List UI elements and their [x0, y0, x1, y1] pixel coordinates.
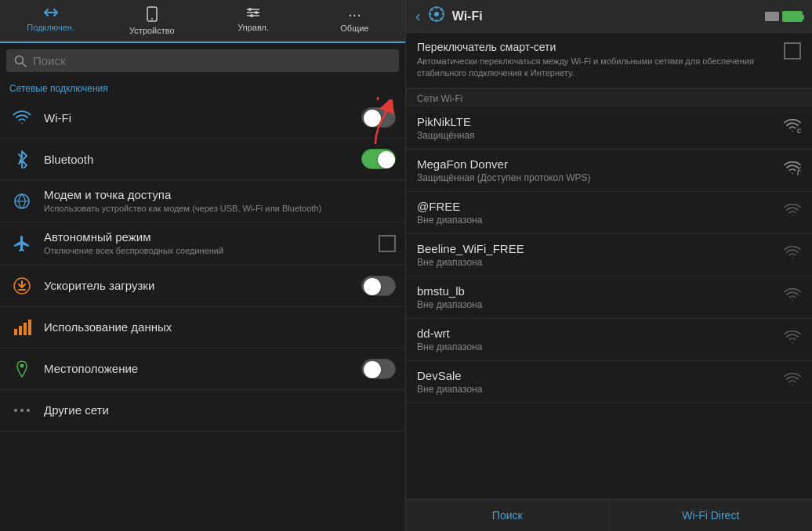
smart-switch-checkbox[interactable]: [784, 42, 801, 60]
wifi-header: ‹ Wi-Fi: [406, 0, 812, 33]
wifi-network-free-name: @FREE: [417, 200, 776, 213]
battery-icon: [782, 11, 803, 22]
airplane-item-icon: [9, 231, 34, 256]
wifi-network-item[interactable]: PikNikLTE Защищённая: [406, 107, 812, 150]
airplane-checkbox[interactable]: [379, 235, 396, 252]
tethering-item[interactable]: Модем и точка доступа Использовать устро…: [0, 180, 405, 222]
svg-point-6: [255, 11, 258, 14]
tab-device[interactable]: Устройство: [101, 0, 202, 42]
svg-point-1: [151, 18, 153, 20]
wifi-network-ddwrt-signal: [784, 331, 801, 348]
wifi-network-pikniktle-signal: [784, 119, 801, 136]
wifi-network-megafon-name: MegaFon Donver: [417, 157, 776, 171]
location-toggle[interactable]: [361, 359, 396, 379]
wifi-network-bmstu-signal: [784, 288, 801, 305]
data-usage-icon: [9, 315, 34, 340]
search-bar[interactable]: [6, 49, 399, 72]
other-networks-item[interactable]: Другие сети: [0, 390, 405, 432]
svg-rect-18: [28, 320, 31, 335]
download-booster-icon: [9, 273, 34, 298]
wifi-network-pikniktle-name: PikNikLTE: [417, 115, 776, 128]
bluetooth-toggle[interactable]: [361, 149, 396, 169]
airplane-item-text: Автономный режим Отключение всех беспров…: [44, 230, 369, 256]
location-item[interactable]: Местоположение: [0, 349, 405, 390]
wifi-settings-icon: [429, 6, 444, 26]
wifi-network-ddwrt-name: dd-wrt: [417, 327, 776, 340]
wifi-network-beeline-item[interactable]: Beeline_WiFi_FREE Вне диапазона: [406, 234, 812, 276]
location-title: Местоположение: [44, 362, 352, 375]
control-icon: [245, 6, 261, 21]
wifi-bottom-tabs: Поиск Wi-Fi Direct: [406, 499, 812, 531]
bluetooth-item[interactable]: Bluetooth: [0, 139, 405, 180]
wifi-direct-tab[interactable]: Wi-Fi Direct: [610, 500, 813, 531]
wifi-network-megafon-item[interactable]: MegaFon Donver Защищённая (Доступен прот…: [406, 150, 812, 192]
svg-rect-15: [14, 329, 17, 335]
location-icon: [9, 356, 34, 381]
wifi-network-beeline-text: Beeline_WiFi_FREE Вне диапазона: [417, 242, 776, 268]
wifi-toggle[interactable]: [361, 107, 396, 128]
wifi-network-beeline-name: Beeline_WiFi_FREE: [417, 242, 776, 255]
other-networks-title: Другие сети: [44, 403, 396, 417]
tab-control[interactable]: Управл.: [203, 0, 304, 42]
svg-point-7: [250, 14, 253, 17]
download-booster-item[interactable]: Ускоритель загрузки: [0, 266, 405, 307]
bluetooth-item-icon: [9, 146, 34, 172]
tab-general[interactable]: ··· Общие: [304, 0, 405, 42]
svg-rect-17: [24, 323, 27, 335]
settings-list: Wi-Fi Bluetoo: [0, 97, 405, 531]
device-icon: [147, 6, 158, 24]
data-usage-item[interactable]: Использование данных: [0, 307, 405, 349]
connections-icon: [43, 6, 59, 21]
tethering-item-desc: Использовать устройство как модем (через…: [44, 203, 396, 214]
wifi-network-bmstu-status: Вне диапазона: [417, 299, 776, 310]
wifi-network-free-status: Вне диапазона: [417, 215, 776, 226]
other-networks-text: Другие сети: [44, 403, 396, 417]
wifi-network-megafon-signal: [784, 161, 801, 179]
wifi-search-tab[interactable]: Поиск: [406, 500, 610, 531]
left-panel: Подключен. Устройство: [0, 0, 406, 531]
wifi-network-pikniktle-text: PikNikLTE Защищённая: [417, 115, 776, 141]
wifi-network-devsale-name: DevSale: [417, 369, 776, 382]
tab-control-label: Управл.: [237, 23, 269, 32]
right-panel: ‹ Wi-Fi Переключатель смарт-сети Автомат…: [406, 0, 812, 531]
download-booster-toggle[interactable]: [361, 276, 396, 296]
search-input[interactable]: [33, 54, 391, 67]
smart-switch-desc: Автоматически переключаться между Wi-Fi …: [417, 56, 776, 80]
tab-general-label: Общие: [340, 23, 368, 33]
smart-switch-title: Переключатель смарт-сети: [417, 41, 776, 53]
wifi-item[interactable]: Wi-Fi: [0, 97, 405, 139]
other-networks-icon: [9, 398, 34, 423]
wifi-network-pikniktle-status: Защищённая: [417, 130, 776, 141]
tab-bar: Подключен. Устройство: [0, 0, 405, 43]
wifi-network-free-text: @FREE Вне диапазона: [417, 200, 776, 226]
location-text: Местоположение: [44, 362, 352, 375]
tethering-item-title: Модем и точка доступа: [44, 188, 396, 201]
svg-rect-26: [798, 171, 801, 175]
wifi-network-devsale-status: Вне диапазона: [417, 384, 776, 395]
bluetooth-item-text: Bluetooth: [44, 153, 352, 166]
svg-point-20: [20, 409, 24, 412]
tethering-item-text: Модем и точка доступа Использовать устро…: [44, 188, 396, 214]
wifi-network-free-item[interactable]: @FREE Вне диапазона: [406, 192, 812, 234]
wifi-network-devsale-item[interactable]: DevSale Вне диапазона: [406, 361, 812, 403]
svg-line-9: [23, 63, 27, 67]
wifi-network-megafon-text: MegaFon Donver Защищённая (Доступен прот…: [417, 157, 776, 183]
wifi-list: PikNikLTE Защищённая MegaFon Donver Защи…: [406, 107, 812, 499]
svg-point-21: [14, 409, 17, 412]
wifi-page-title: Wi-Fi: [452, 9, 757, 23]
airplane-item[interactable]: Автономный режим Отключение всех беспров…: [0, 222, 405, 265]
svg-point-22: [27, 409, 30, 412]
red-arrow-wifi: [358, 97, 397, 101]
wifi-item-icon: [9, 105, 34, 130]
back-button[interactable]: ‹: [415, 7, 421, 25]
wifi-network-ddwrt-item[interactable]: dd-wrt Вне диапазона: [406, 319, 812, 361]
section-network-label: Сетевые подключения: [0, 78, 405, 97]
wifi-section-label: Сети Wi-Fi: [406, 88, 812, 107]
svg-rect-16: [19, 326, 22, 335]
wifi-network-bmstu-item[interactable]: bmstu_lb Вне диапазона: [406, 276, 812, 319]
tab-device-label: Устройство: [129, 26, 175, 35]
status-bar: [765, 11, 803, 22]
wifi-network-beeline-signal: [784, 246, 801, 263]
tab-connections[interactable]: Подключен.: [0, 0, 101, 43]
wifi-network-ddwrt-status: Вне диапазона: [417, 341, 776, 352]
